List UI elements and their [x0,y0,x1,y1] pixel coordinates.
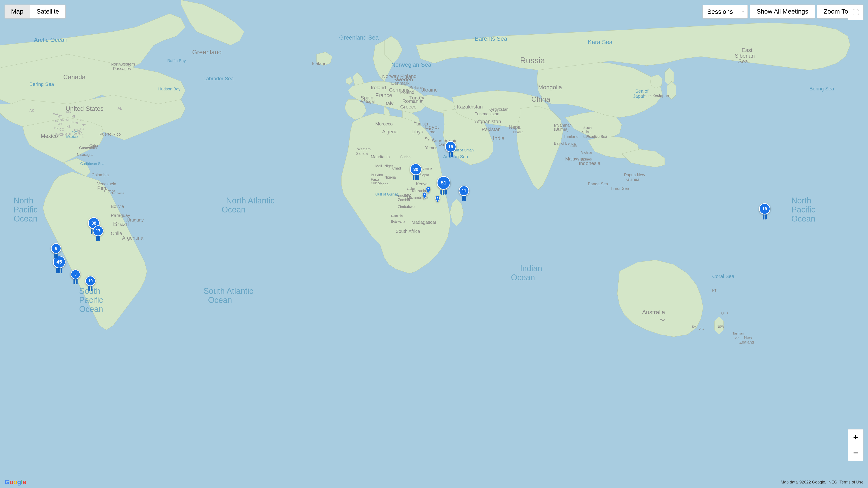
svg-text:Nepal: Nepal [509,124,522,130]
svg-text:Bering Sea: Bering Sea [29,82,54,87]
svg-text:TX: TX [67,132,71,136]
svg-text:ND: ND [60,118,64,122]
svg-text:Bering Sea: Bering Sea [809,86,834,92]
cluster-marker-na-mid17[interactable]: 17 [93,225,103,241]
svg-text:Turkmenistan: Turkmenistan [475,112,499,116]
svg-text:Madagascar: Madagascar [411,220,436,225]
cluster-marker-japan-19[interactable]: 19 [759,203,770,220]
svg-text:OR: OR [53,119,58,123]
svg-text:KS: KS [66,125,71,128]
svg-text:North: North [13,196,33,205]
svg-text:Pacific: Pacific [13,205,37,214]
svg-text:Syria: Syria [425,136,434,141]
svg-text:Cuba: Cuba [89,144,98,148]
svg-text:MT: MT [57,115,62,118]
svg-text:NT: NT [712,289,716,292]
zoom-out-button[interactable]: − [848,445,864,461]
cluster-marker-europe-19[interactable]: 19 [445,141,456,157]
svg-text:Ocean: Ocean [511,273,535,282]
svg-text:Puerto Rico: Puerto Rico [99,132,121,136]
cluster-marker-mexico-south[interactable]: 10 [85,276,96,291]
svg-text:Ocean: Ocean [222,205,246,214]
svg-text:Sea of: Sea of [636,89,648,94]
svg-text:Bolivia: Bolivia [111,204,124,209]
cluster-marker-europe-11[interactable]: 11 [459,186,469,201]
svg-text:Iraq: Iraq [429,130,435,134]
svg-text:Libya: Libya [411,129,424,134]
svg-text:Nicaragua: Nicaragua [77,153,93,157]
svg-text:Italy: Italy [384,101,394,106]
svg-text:Papua New: Papua New [624,173,645,177]
svg-text:Sahara: Sahara [356,152,368,156]
svg-text:NJ: NJ [80,127,84,131]
svg-text:Banda Sea: Banda Sea [588,182,608,186]
cluster-marker-west-us-small[interactable]: 6 [51,243,61,259]
satellite-button[interactable]: Satellite [30,4,66,19]
svg-text:Norway: Norway [382,73,399,79]
svg-text:Poland: Poland [400,90,414,95]
fullscreen-button[interactable] [848,4,864,20]
svg-text:PA: PA [79,118,83,122]
svg-text:Paraguay: Paraguay [111,213,130,218]
svg-text:Malaysia: Malaysia [565,156,583,161]
svg-text:NV: NV [54,126,59,130]
svg-text:OH: OH [74,121,80,125]
svg-text:South Africa: South Africa [396,229,420,234]
svg-text:Thailand: Thailand [563,134,579,139]
svg-text:North Atlantic: North Atlantic [226,196,275,205]
svg-text:(Burma): (Burma) [554,127,569,132]
svg-text:AZ: AZ [58,133,62,136]
zoom-controls: + − [848,429,864,461]
svg-text:FL: FL [81,135,84,138]
zoom-in-button[interactable]: + [848,429,864,445]
svg-text:Yemen: Yemen [425,145,437,150]
svg-text:QLD: QLD [721,311,728,315]
svg-text:Coral Sea: Coral Sea [712,273,735,279]
svg-text:Northwestern: Northwestern [111,62,135,66]
svg-text:Burkina: Burkina [371,173,383,177]
show-all-meetings-button[interactable]: Show All Meetings [750,4,815,19]
svg-text:NY: NY [82,123,86,127]
svg-text:Niger: Niger [384,164,393,168]
svg-text:Kazakhstan: Kazakhstan [457,104,483,110]
svg-point-181 [428,188,429,190]
svg-text:CO: CO [59,128,64,131]
svg-text:Mali: Mali [375,164,382,168]
svg-text:France: France [375,92,392,98]
map-button[interactable]: Map [4,4,30,19]
sessions-dropdown[interactable]: Sessions [703,5,748,19]
cluster-marker-europe-30[interactable]: 30 [410,163,422,180]
cluster-marker-mexico[interactable]: 8 [70,269,81,284]
cluster-marker-europe-51[interactable]: 51 [437,176,451,195]
svg-text:MS: MS [73,132,78,136]
svg-text:Colombia: Colombia [92,173,109,177]
svg-text:United States: United States [66,105,103,112]
svg-text:Western: Western [357,147,371,151]
svg-text:Portugal: Portugal [360,99,375,104]
svg-text:Morocco: Morocco [375,121,393,126]
svg-text:Japan: Japan [633,94,646,99]
svg-text:NSW: NSW [717,325,724,328]
map-pin-germany[interactable] [425,187,432,197]
svg-text:Faso: Faso [371,178,379,182]
svg-text:Ocean: Ocean [792,214,815,223]
svg-text:Sea: Sea [734,336,739,340]
svg-text:Gulf of Guinea: Gulf of Guinea [375,192,399,196]
svg-text:South: South [583,126,592,130]
map-pin-italy[interactable] [434,196,441,206]
svg-text:Pacific: Pacific [792,205,815,214]
svg-text:AK: AK [29,109,34,112]
svg-text:Myanmar: Myanmar [554,123,571,128]
svg-text:Ukraine: Ukraine [421,87,438,93]
svg-text:Denmark: Denmark [391,81,410,86]
svg-text:Timor Sea: Timor Sea [611,186,629,191]
svg-text:Mauritania: Mauritania [371,155,390,159]
svg-text:China: China [582,130,591,134]
svg-text:East: East [742,47,752,53]
svg-text:Chad: Chad [392,166,401,170]
svg-text:Algeria: Algeria [382,129,398,134]
svg-text:WA: WA [660,318,665,322]
svg-text:Greece: Greece [400,104,416,110]
svg-text:Barents Sea: Barents Sea [475,35,507,42]
svg-text:Argentina: Argentina [122,235,144,241]
